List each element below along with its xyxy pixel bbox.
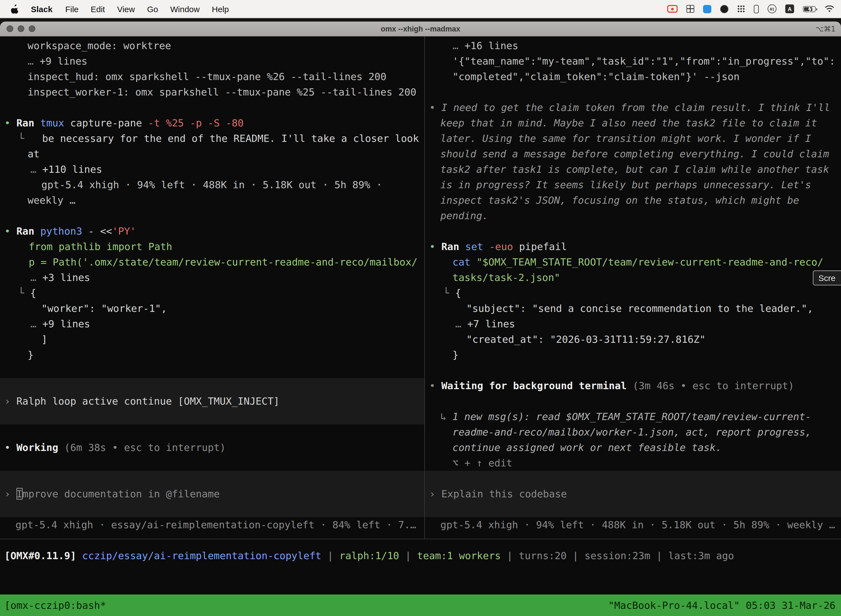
text-token: "created_at": "2026-03-31T11:59:27.816Z" (466, 333, 706, 345)
text-token: (3m 46s • esc to interrupt) (633, 380, 794, 392)
text-token: • (4, 225, 16, 237)
text-token: -euo (489, 241, 519, 252)
zoom-button[interactable] (29, 25, 35, 32)
battery-icon[interactable] (803, 6, 816, 12)
text-token: gpt-5.4 xhigh · 94% left · 488K in · 5.1… (440, 519, 835, 531)
menu-view[interactable]: View (111, 4, 141, 13)
minimize-button[interactable] (18, 25, 24, 32)
window-title-bar[interactable]: omx --xhigh --madmax ⌥⌘1 (0, 22, 841, 37)
tmux-pane-right[interactable]: … +16 lines'{"team_name":"my-team","task… (425, 37, 841, 539)
text-token: +3 lines (42, 271, 90, 283)
screenshot-tooltip: Scre (813, 270, 841, 285)
input-source-icon[interactable]: A (785, 4, 794, 13)
tmux-pane-bottom[interactable]: [OMX#0.11.9] cczip/essay/ai-reimplementa… (0, 539, 841, 594)
text-token: inspect_worker-1: omx sparkshell --tmux-… (28, 86, 416, 98)
terminal-line (0, 208, 424, 224)
terminal[interactable]: workspace_mode: worktree… +9 linesinspec… (0, 37, 841, 616)
text-token: { (455, 287, 461, 299)
text-token: | (321, 550, 339, 561)
text-token: -t %25 -p -S -80 (148, 117, 244, 129)
text-token: • (429, 380, 441, 392)
ran-command: • Ran python3 - <<'PY' (0, 224, 424, 239)
terminal-line: "worker": "worker-1", (0, 301, 424, 316)
mailbox-message: readme-and-reco/mailbox/worker-1.json, a… (425, 424, 841, 440)
menu-help[interactable]: Help (206, 4, 235, 13)
terminal-line (0, 502, 424, 517)
text-token: ⌥ + ↑ edit (453, 457, 512, 469)
menu-bar: Slack File Edit View Go Window Help 61 A (0, 0, 841, 18)
text-token: … (453, 40, 464, 51)
text-token: readme-and-reco/mailbox/worker-1.json, a… (453, 426, 811, 438)
dark-app-icon[interactable] (720, 5, 728, 13)
text-cursor: I (16, 488, 22, 500)
text-token: +9 lines (40, 55, 87, 67)
terminal-line: '{"team_name":"my-team","task_id":"1","f… (425, 54, 841, 69)
window-shortcut: ⌥⌘1 (815, 22, 835, 36)
tmux-status-bar: [omx-cczip0:bash* "MacBook-Pro-44.local"… (0, 594, 841, 616)
terminal-line (425, 393, 841, 409)
text-token: - << (88, 225, 112, 237)
phone-app-icon[interactable] (754, 5, 759, 13)
text-token: from pathlib import Path (29, 241, 172, 252)
text-token: › (4, 395, 16, 407)
terminal-line (425, 502, 841, 517)
wifi-icon[interactable] (825, 5, 834, 12)
thinking-text: inspect task2's JSON, focusing on the st… (425, 193, 841, 208)
text-token: "subject": "send a concise recommendatio… (466, 302, 813, 314)
gauge-icon[interactable]: 61 (768, 4, 777, 13)
thinking-text: task2 after task1 is complete, but can I… (425, 162, 841, 177)
text-token: { (30, 287, 36, 299)
terminal-line: workspace_mode: worktree (0, 38, 424, 54)
ralph-loop-input[interactable]: › Ralph loop active continue [OMX_TMUX_I… (0, 393, 424, 409)
grid-app-icon[interactable] (687, 5, 694, 13)
text-token: should send a message before completing … (440, 148, 829, 160)
prompt-input[interactable]: › Explain this codebase (425, 486, 841, 502)
menu-file[interactable]: File (59, 4, 84, 13)
dots-grid-icon[interactable] (737, 5, 745, 13)
menu-edit[interactable]: Edit (85, 4, 111, 13)
terminal-line (0, 424, 424, 440)
text-token: later. Using the same for transition mig… (440, 132, 811, 144)
text-token: gpt-5.4 xhigh · 94% left · 488K in · 5.1… (41, 179, 382, 191)
text-token: +110 lines (42, 163, 102, 175)
menu-bar-left: Slack File Edit View Go Window Help (9, 4, 235, 13)
terminal-line: } (0, 347, 424, 363)
text-token: 'PY' (112, 225, 136, 237)
text-token: continue assigned work or next feasible … (453, 441, 722, 453)
terminal-line: tasks/task-2.json" (425, 270, 841, 285)
screen-recording-indicator-icon[interactable] (667, 5, 678, 13)
mailbox-message: continue assigned work or next feasible … (425, 440, 841, 455)
blue-app-icon[interactable] (703, 5, 711, 13)
prompt-input[interactable]: › Improve documentation in @filename (0, 486, 424, 502)
text-token: +9 lines (42, 318, 90, 330)
desktop-background (0, 18, 841, 22)
thinking-text: keep that in mind. Maybe I also need the… (425, 115, 841, 131)
terminal-line: "completed","claim_token":"claim-token"}… (425, 69, 841, 84)
menu-go[interactable]: Go (141, 4, 164, 13)
close-button[interactable] (7, 25, 13, 32)
text-token: } (28, 349, 34, 361)
terminal-line: └ { (0, 285, 424, 301)
terminal-line: └ be necessary for the end of the README… (0, 131, 424, 146)
terminal-line: p = Path('.omx/state/team/review-current… (0, 254, 424, 270)
ran-command: • Ran set -euo pipefail (425, 239, 841, 254)
app-menu-slack[interactable]: Slack (24, 4, 59, 13)
terminal-line (425, 363, 841, 378)
menu-window[interactable]: Window (164, 4, 206, 13)
apple-menu-icon[interactable] (9, 4, 24, 13)
terminal-line (0, 363, 424, 378)
terminal-line: inspect_hud: omx sparkshell --tmux-pane … (0, 69, 424, 84)
model-status: gpt-5.4 xhigh · 94% left · 488K in · 5.1… (425, 517, 841, 532)
tmux-pane-left[interactable]: workspace_mode: worktree… +9 linesinspec… (0, 37, 424, 539)
text-token: Ralph loop active continue [OMX_TMUX_INJ… (16, 395, 280, 407)
text-token: › (429, 488, 441, 500)
terminal-line: … +110 lines (0, 162, 424, 177)
text-token: be necessary for the end of the README. … (42, 132, 419, 144)
text-token: • (4, 117, 16, 129)
text-token: gpt-5.4 xhigh · essay/ai-reimplementatio… (15, 519, 416, 531)
text-token: … (455, 318, 467, 330)
terminal-line: cat "$OMX_TEAM_STATE_ROOT/team/review-cu… (425, 254, 841, 270)
text-token: inspect task2's JSON, focusing on the st… (440, 194, 799, 206)
terminal-line (0, 471, 424, 486)
text-token: ralph:1/10 (339, 550, 399, 561)
